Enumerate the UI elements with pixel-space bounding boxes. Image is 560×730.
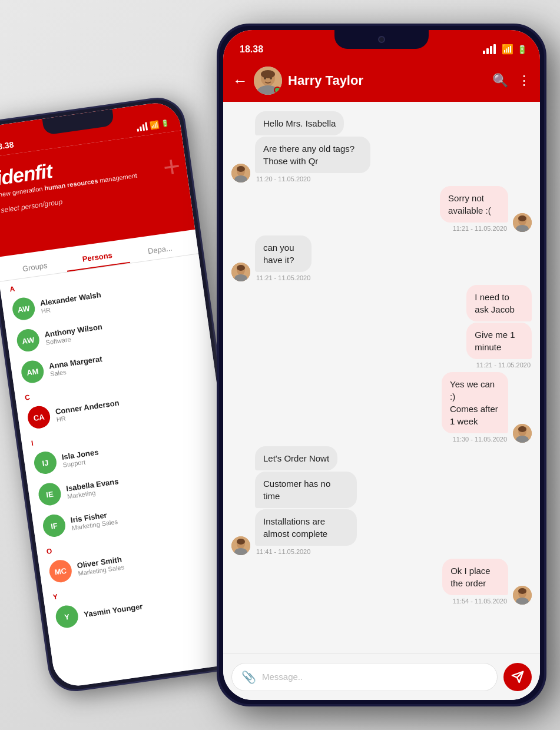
message-bubble: Installations are almost complete: [255, 509, 357, 546]
camera: [378, 36, 385, 43]
svg-point-5: [264, 77, 266, 79]
message-bubble: Give me 1 minute: [466, 323, 532, 359]
online-indicator: [274, 87, 281, 94]
chat-messages-area: Hello Mrs. Isabella Are there any old ta…: [223, 102, 540, 653]
wifi-icon: 📶: [502, 44, 513, 55]
back-status-icons: 📶 🔋: [136, 118, 170, 132]
message-group: Ok I place the order 11:54 - 11.05.2020: [231, 559, 532, 605]
message-avatar: [513, 213, 532, 232]
chat-input-box: 📎 Message..: [231, 663, 498, 691]
message-time: 11:21 - 11.05.2020: [476, 361, 531, 369]
message-bubble: Ok I place the order: [442, 559, 508, 595]
svg-point-21: [518, 426, 526, 432]
avatar: MC: [48, 559, 73, 584]
message-bubble: Sorry not available :(: [440, 186, 508, 223]
avatar: IE: [37, 482, 62, 507]
chat-header: ←: [223, 59, 540, 102]
send-button[interactable]: [503, 663, 532, 691]
avatar-svg: [513, 213, 532, 232]
avatar-svg: [513, 586, 532, 605]
battery-icon: 🔋: [517, 45, 527, 54]
plus-decoration: +: [161, 148, 183, 184]
chat-input-area: 📎 Message..: [223, 653, 540, 700]
svg-point-25: [237, 539, 245, 545]
avatar: AW: [15, 328, 41, 353]
message-bubble: Are there any old tags? Those with Qr: [255, 137, 370, 173]
message-time: 11:21 - 11.05.2020: [256, 274, 310, 281]
avatar-svg: [231, 164, 250, 182]
message-time: 11:54 - 11.05.2020: [453, 598, 507, 605]
back-button[interactable]: ←: [233, 72, 248, 90]
message-group: Hello Mrs. Isabella Are there any old ta…: [231, 111, 532, 182]
front-status-time: 18.38: [240, 44, 263, 55]
front-status-icons: 📶 🔋: [483, 44, 527, 55]
outgoing-group: Sorry not available :( 11:21 - 11.05.202…: [410, 186, 508, 232]
phone-front: 18.38 📶 🔋 ←: [217, 24, 546, 706]
message-bubble: I need to ask Jacob: [466, 285, 532, 321]
svg-point-6: [270, 77, 272, 79]
outgoing-group: I need to ask Jacob Give me 1 minute 11:…: [439, 285, 532, 369]
avatar-svg: [231, 263, 250, 281]
send-icon: [511, 671, 524, 683]
svg-point-17: [237, 265, 245, 271]
message-input[interactable]: Message..: [262, 672, 488, 682]
chat-header-actions: 🔍 ⋮: [492, 73, 531, 88]
message-time: 11:21 - 11.05.2020: [453, 225, 507, 232]
back-status-time: 18.38: [0, 140, 14, 152]
more-options-icon[interactable]: ⋮: [518, 73, 531, 88]
message-avatar: [231, 263, 250, 281]
signal-bar-4: [493, 44, 496, 54]
signal-bar-1: [483, 51, 485, 54]
message-avatar: [231, 536, 250, 555]
search-icon[interactable]: 🔍: [492, 73, 508, 88]
avatar: AM: [20, 359, 45, 384]
message-time: 11:41 - 11.05.2020: [256, 548, 310, 555]
message-bubble: Let's Order Nowt: [255, 446, 337, 470]
message-group: I need to ask Jacob Give me 1 minute 11:…: [231, 285, 532, 369]
message-bubble: Yes we can :)Comes after 1 week: [442, 372, 508, 433]
message-group: can you have it? 11:21 - 11.05.2020: [231, 235, 532, 281]
signal-bar-1: [137, 128, 139, 131]
message-avatar: [513, 424, 532, 443]
svg-point-29: [518, 588, 526, 594]
avatar-svg: [513, 424, 532, 443]
avatar: IJ: [33, 450, 58, 476]
svg-point-2: [261, 70, 275, 78]
message-time: 11:20 - 11.05.2020: [256, 175, 310, 182]
avatar-svg: [231, 536, 250, 555]
message-bubble: Hello Mrs. Isabella: [255, 111, 344, 135]
outgoing-group: Yes we can :)Comes after 1 week 11:30 - …: [413, 372, 508, 443]
incoming-group: can you have it? 11:21 - 11.05.2020: [255, 235, 336, 281]
message-bubble: can you have it?: [255, 235, 312, 272]
incoming-group: Hello Mrs. Isabella Are there any old ta…: [255, 111, 420, 182]
attach-icon[interactable]: 📎: [241, 670, 256, 684]
message-group: Yes we can :)Comes after 1 week 11:30 - …: [231, 372, 532, 443]
avatar: CA: [26, 404, 52, 430]
chat-contact-name: Harry Taylor: [288, 73, 486, 88]
avatar: Y: [54, 604, 79, 629]
message-avatar: [513, 586, 532, 605]
contact-name: Yasmin Younger: [83, 602, 143, 619]
signal-bar-3: [143, 124, 145, 131]
message-time: 11:30 - 11.05.2020: [453, 436, 507, 443]
avatar: IF: [42, 513, 67, 538]
signal-bar-4: [145, 122, 148, 130]
avatar: AW: [11, 296, 37, 321]
outgoing-group: Ok I place the order 11:54 - 11.05.2020: [414, 559, 508, 605]
svg-point-9: [237, 166, 245, 172]
front-phone-notch: [334, 30, 429, 49]
wifi-icon: 📶: [149, 120, 160, 130]
battery-icon: 🔋: [161, 119, 170, 128]
signal-bar-2: [486, 48, 489, 54]
signal-bar-2: [140, 126, 142, 131]
signal-bar-3: [490, 46, 492, 54]
svg-point-13: [518, 215, 526, 221]
message-bubble: Customer has no time: [255, 472, 357, 508]
chat-contact-avatar: [254, 67, 282, 95]
message-group: Sorry not available :( 11:21 - 11.05.202…: [231, 186, 532, 232]
phone-front-screen: 18.38 📶 🔋 ←: [223, 30, 540, 700]
message-avatar: [231, 164, 250, 182]
incoming-group: Let's Order Nowt Customer has no time In…: [255, 446, 400, 555]
message-group: Let's Order Nowt Customer has no time In…: [231, 446, 532, 555]
